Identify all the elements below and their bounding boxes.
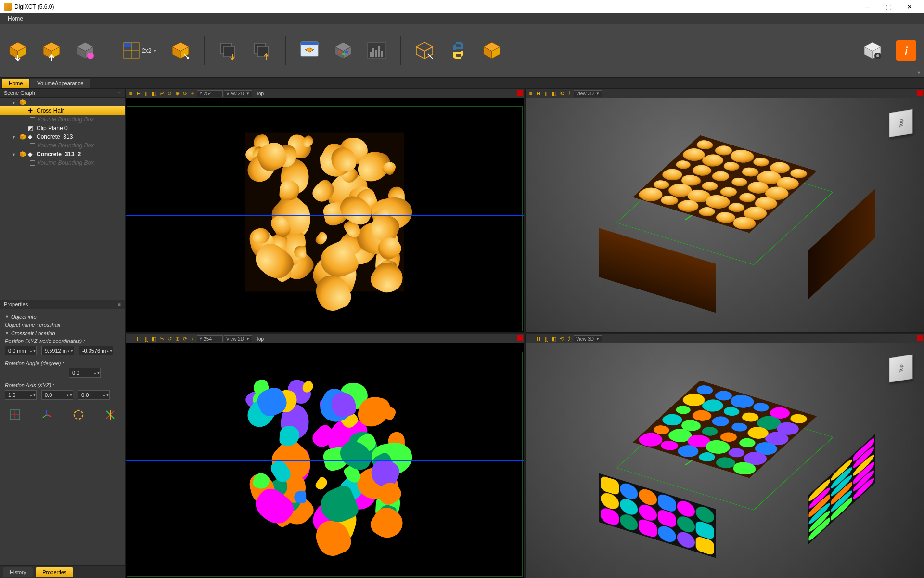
vp-tool-icon[interactable]: ◧ [551, 90, 557, 97]
viewport-canvas[interactable] [126, 98, 524, 332]
axis-x-input[interactable]: 1.0▲▼ [5, 390, 37, 400]
vp-tool-icon[interactable]: ⟲ [558, 90, 565, 97]
view-mode-select[interactable]: View 2D ▼ [224, 90, 252, 97]
viewport-3d-bottom-right[interactable]: ≡ H ][ ◧ ⟲ ⤴ View 3D ▼ [525, 334, 924, 578]
screenshot-icon[interactable] [299, 40, 320, 61]
panel-options-icon[interactable]: ≡ [118, 91, 121, 96]
vp-tool-icon[interactable]: ⟳ [181, 335, 188, 342]
tree-root[interactable]: ▾ [0, 98, 125, 106]
viewport-canvas-3d[interactable]: Top [526, 98, 924, 332]
colormap-cube-icon[interactable] [333, 40, 353, 61]
viewport-canvas-3d[interactable]: Top [526, 343, 924, 578]
axis-y-input[interactable]: 0.0▲▼ [41, 390, 73, 400]
vp-tool-icon[interactable]: ⊕ [174, 335, 180, 342]
vp-tool-icon[interactable]: ◧ [551, 335, 557, 342]
info-icon[interactable]: i [896, 40, 916, 61]
vp-tool-icon[interactable]: ⊕ [174, 90, 180, 97]
open-volume-icon[interactable] [8, 40, 28, 61]
vp-tool-icon[interactable]: ↺ [166, 335, 173, 342]
axis-z-input[interactable]: 0.0▲▼ [78, 390, 110, 400]
axis-gizmo-icon[interactable] [40, 408, 53, 421]
crosshair-vertical[interactable] [325, 343, 325, 578]
vp-tool-icon[interactable]: ≡ [128, 90, 134, 97]
rot-angle-input[interactable]: 0.0▲▼ [69, 368, 101, 378]
tree-crosshair[interactable]: ✚Cross Hair [0, 106, 125, 115]
vp-tool-icon[interactable]: ✂ [158, 90, 165, 97]
crosshair-center-icon[interactable] [9, 408, 21, 421]
vp-tool-icon[interactable]: H [135, 90, 142, 97]
volume-3d-segmented[interactable] [632, 405, 816, 502]
align-axes-icon[interactable] [104, 408, 116, 421]
vp-tool-icon[interactable]: ][ [143, 90, 150, 97]
solid-cube-icon[interactable] [482, 40, 502, 61]
stack-up-icon[interactable] [252, 40, 272, 61]
nav-cube[interactable]: Top [889, 109, 913, 138]
window-minimize-button[interactable]: ─ [857, 0, 878, 13]
vp-tool-icon[interactable]: H [535, 90, 542, 97]
vp-tool-icon[interactable]: ≡ [527, 335, 534, 342]
tree-vbb-3[interactable]: Volume Bounding Box [0, 158, 125, 167]
orientation-label[interactable]: Top [253, 91, 267, 96]
view-mode-select[interactable]: View 2D ▼ [224, 335, 252, 342]
histogram-icon[interactable] [367, 40, 387, 61]
pos-y-input[interactable]: 9.5912 m▲▼ [41, 346, 74, 355]
window-maximize-button[interactable]: ▢ [878, 0, 899, 13]
menu-home[interactable]: Home [4, 14, 27, 23]
vp-tool-icon[interactable]: H [135, 335, 142, 342]
volume-select-icon[interactable] [75, 40, 95, 61]
section-crosshair-location[interactable]: ▼Crosshair Location [5, 330, 120, 336]
volume-3d[interactable] [632, 159, 816, 257]
vp-tool-icon[interactable]: ⌖ [189, 90, 196, 97]
vp-tool-icon[interactable]: ✂ [158, 335, 165, 342]
tab-properties[interactable]: Properties [36, 567, 73, 577]
pos-z-input[interactable]: -0.3576 m▲▼ [79, 346, 114, 355]
vp-tool-icon[interactable]: ][ [543, 90, 550, 97]
panel-options-icon[interactable]: ≡ [118, 302, 121, 307]
tree-vbb-2[interactable]: Volume Bounding Box [0, 141, 125, 150]
vp-tool-icon[interactable]: ≡ [527, 90, 534, 97]
view-mode-select[interactable]: View 3D ▼ [574, 335, 602, 342]
vp-tool-icon[interactable]: ][ [543, 335, 550, 342]
reset-rotation-icon[interactable] [72, 408, 85, 421]
stack-down-icon[interactable] [218, 40, 238, 61]
layout-grid-icon[interactable]: 2x2▼ [123, 40, 157, 61]
nav-cube[interactable]: Top [889, 355, 913, 383]
view-mode-select[interactable]: View 3D ▼ [574, 90, 602, 97]
vp-tool-icon[interactable]: ⟲ [558, 335, 565, 342]
python-icon[interactable] [448, 40, 468, 61]
crosshair-vertical[interactable] [325, 98, 325, 332]
ribbon-expand-icon[interactable]: ▼ [917, 70, 921, 75]
settings-cube-icon[interactable] [862, 40, 883, 61]
tab-history[interactable]: History [3, 567, 33, 577]
vp-tool-icon[interactable]: ⤴ [566, 335, 573, 342]
slice-value[interactable]: Y 254 [197, 90, 223, 97]
window-close-button[interactable]: ✕ [899, 0, 920, 13]
orientation-label[interactable]: Top [253, 336, 267, 342]
viewport-canvas[interactable] [126, 343, 524, 578]
vp-tool-icon[interactable]: ⌖ [189, 335, 196, 342]
section-object-info[interactable]: ▼Object info [5, 314, 120, 320]
viewport-3d-top-right[interactable]: ≡ H ][ ◧ ⟲ ⤴ View 3D ▼ [525, 89, 924, 333]
vp-tool-icon[interactable]: ≡ [128, 335, 134, 342]
pos-x-input[interactable]: 0.0 mm▲▼ [5, 346, 37, 355]
tree-vbb-1[interactable]: Volume Bounding Box [0, 115, 125, 124]
viewport-2d-top-left[interactable]: ≡ H ][ ◧ ✂ ↺ ⊕ ⟳ ⌖ Y 254 View 2D ▼ Top [125, 89, 524, 333]
tree-clipplane[interactable]: ◩Clip Plane 0 [0, 124, 125, 132]
vp-tool-icon[interactable]: ↺ [166, 90, 173, 97]
tab-home[interactable]: Home [2, 79, 29, 88]
vp-tool-icon[interactable]: ⤴ [566, 90, 573, 97]
viewport-2d-bottom-left[interactable]: ≡ H ][ ◧ ✂ ↺ ⊕ ⟳ ⌖ Y 254 View 2D ▼ Top [125, 334, 524, 578]
vp-tool-icon[interactable]: H [535, 335, 542, 342]
slice-value[interactable]: Y 254 [197, 335, 223, 342]
scene-graph-tree[interactable]: ▾ ✚Cross Hair Volume Bounding Box ◩Clip … [0, 98, 125, 300]
tree-concrete-313[interactable]: ▾◆Concrete_313 [0, 132, 125, 141]
wire-cube-icon[interactable] [414, 40, 435, 61]
export-volume-icon[interactable] [41, 40, 62, 61]
vp-tool-icon[interactable]: ◧ [151, 335, 157, 342]
select-cube-icon[interactable] [170, 40, 191, 61]
vp-tool-icon[interactable]: ◧ [151, 90, 157, 97]
tree-concrete-313-2[interactable]: ▾◆Concrete_313_2 [0, 150, 125, 158]
vp-tool-icon[interactable]: ⟳ [181, 90, 188, 97]
vp-tool-icon[interactable]: ][ [143, 335, 150, 342]
tab-volume-appearance[interactable]: VolumeAppearance [30, 79, 90, 88]
